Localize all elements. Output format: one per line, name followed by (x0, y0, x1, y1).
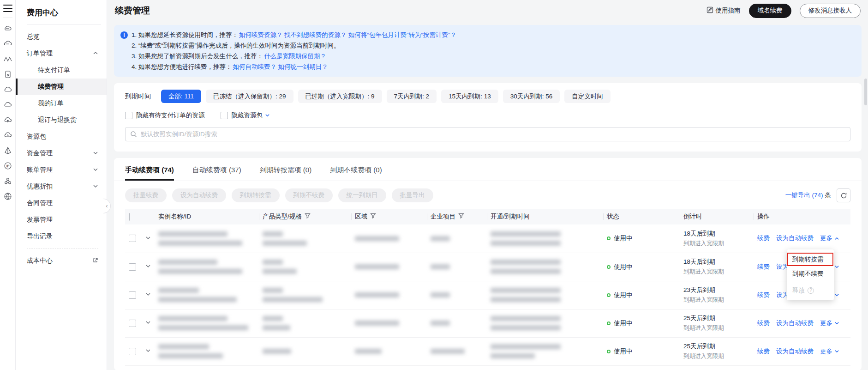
renewal-table-panel: 手动续费项 (74) 自动续费项 (37) 到期转按需项 (0) 到期不续费项 … (114, 158, 862, 370)
sidebar-item-resource-packages[interactable]: 资源包 (16, 128, 107, 145)
cloud-service-icon[interactable] (3, 24, 13, 34)
expand-chevron-icon[interactable] (145, 235, 151, 242)
waves-icon[interactable] (3, 54, 13, 64)
more-menu-trigger[interactable]: 更多 (820, 347, 839, 356)
globe-icon[interactable] (3, 191, 13, 201)
set-auto-renew-button[interactable]: 设为自动续费 (172, 188, 226, 202)
redacted-time (491, 344, 599, 358)
set-auto-renew-link[interactable]: 设为自动续费 (776, 234, 814, 243)
filter-all[interactable]: 全部: 111 (161, 90, 201, 103)
expire-no-renew-button[interactable]: 到期不续费 (285, 188, 333, 202)
search-input[interactable] (141, 131, 845, 138)
expire-to-ondemand-button[interactable]: 到期转按需 (232, 188, 280, 202)
sidebar-item-funds-management[interactable]: 资金管理 (16, 145, 107, 162)
bulk-renew-button[interactable]: 批量续费 (125, 188, 167, 202)
row-checkbox[interactable] (129, 320, 136, 327)
modify-message-receiver-button[interactable]: 修改消息接收人 (800, 4, 861, 18)
filter-30days[interactable]: 30天内到期: 56 (503, 90, 560, 103)
table-row: 使用中 25天后到期到期进入宽限期 续费设为自动续费更多 (125, 337, 850, 365)
pyramid-icon[interactable] (3, 146, 13, 156)
checkbox[interactable] (125, 112, 132, 119)
filter-funnel-icon[interactable] (305, 213, 311, 220)
sidebar-item-my-orders[interactable]: 我的订单 (16, 95, 107, 112)
chevron-down-icon (834, 321, 839, 326)
renew-link[interactable]: 续费 (757, 347, 770, 356)
redacted-time (491, 288, 599, 302)
more-menu-trigger[interactable]: 更多 (820, 234, 839, 243)
table-row: 使用中 18天后到期到期进入宽限期 续费设为自动续费更多 (125, 224, 850, 253)
domain-renew-button[interactable]: 域名续费 (749, 4, 791, 18)
renew-link[interactable]: 续费 (757, 291, 770, 299)
tab-auto-renewal[interactable]: 自动续费项 (37) (192, 158, 241, 181)
more-menu-trigger[interactable]: 更多 (820, 319, 839, 328)
row-checkbox[interactable] (129, 263, 136, 271)
sidebar-item-renewal-management[interactable]: 续费管理 (16, 79, 107, 95)
hide-pending-order-resources-checkbox[interactable]: 隐藏有待支付订单的资源 (125, 111, 205, 120)
renew-link[interactable]: 续费 (757, 263, 770, 271)
expand-chevron-icon[interactable] (145, 263, 151, 270)
renew-link[interactable]: 续费 (757, 319, 770, 328)
renew-link[interactable]: 续费 (757, 234, 770, 243)
ip-badge-icon[interactable]: IP (3, 161, 13, 171)
row-checkbox[interactable] (129, 235, 136, 242)
usage-guide-link[interactable]: 使用指南 (706, 6, 741, 15)
column-operations: 操作 (757, 212, 847, 221)
filter-frozen[interactable]: 已冻结（进入保留期）: 29 (206, 90, 293, 103)
cloud-server-icon[interactable] (3, 39, 13, 49)
menu-item-expire-to-ondemand[interactable]: 到期转按需 (787, 252, 834, 267)
sidebar-item-pending-orders[interactable]: 待支付订单 (16, 62, 107, 79)
countdown-main: 23天后到期 (683, 286, 750, 294)
nodes-icon[interactable] (3, 176, 13, 186)
help-link[interactable]: 如何续费资源？ 找不到想续费的资源？ 如何将“包年包月计费”转为“按需计费”？ (239, 31, 456, 38)
filter-7days[interactable]: 7天内到期: 2 (387, 90, 437, 103)
sidebar-item-unsubscribe[interactable]: 退订与退换货 (16, 112, 107, 128)
expand-chevron-icon[interactable] (145, 348, 151, 355)
cloud-alt-icon[interactable] (3, 100, 13, 110)
tab-manual-renewal[interactable]: 手动续费项 (74) (125, 158, 174, 181)
notice-line: 2. “续费”或“到期转按需”操作完成后，操作的生效时间为资源当前到期时间。 (132, 40, 456, 51)
set-auto-renew-link[interactable]: 设为自动续费 (776, 319, 814, 328)
external-link-icon (92, 257, 98, 265)
checkbox[interactable] (221, 112, 228, 119)
set-auto-renew-link[interactable]: 设为自动续费 (776, 347, 814, 356)
tab-expire-no-renewal[interactable]: 到期不续费项 (0) (330, 158, 382, 181)
export-suffix: 条 (825, 192, 832, 199)
device-icon[interactable] (3, 69, 13, 79)
sidebar-item-export-records[interactable]: 导出记录 (16, 228, 107, 245)
help-link[interactable]: 如何自动续费？ 如何统一到期日？ (233, 63, 328, 70)
cloud-clock-icon[interactable] (3, 130, 13, 140)
row-checkbox[interactable] (129, 348, 136, 355)
filter-15days[interactable]: 15天内到期: 13 (441, 90, 498, 103)
hide-resource-packages-checkbox[interactable]: 隐藏资源包 (221, 111, 270, 120)
search-icon (130, 131, 137, 138)
select-all-checkbox[interactable] (129, 213, 130, 221)
sidebar-item-discounts[interactable]: 优惠折扣 (16, 178, 107, 195)
tab-expire-to-ondemand[interactable]: 到期转按需项 (0) (260, 158, 312, 181)
sidebar-item-invoice-management[interactable]: 发票管理 (16, 212, 107, 228)
sidebar-item-order-management[interactable]: 订单管理 (16, 45, 107, 62)
expand-chevron-icon[interactable] (145, 320, 151, 327)
cloud-upload-icon[interactable] (3, 115, 13, 125)
filter-expired[interactable]: 已过期（进入宽限期）: 9 (298, 90, 382, 103)
chevron-down-icon (93, 150, 98, 157)
bulk-export-button[interactable]: 批量导出 (392, 188, 433, 202)
one-click-export-link[interactable]: 一键导出 (74) (785, 192, 823, 199)
sidebar-item-bill-management[interactable]: 账单管理 (16, 162, 107, 178)
sidebar-item-overview[interactable]: 总览 (16, 29, 107, 45)
sidebar-item-contract-management[interactable]: 合同管理 (16, 195, 107, 212)
help-link[interactable]: 什么是宽限期保留期？ (264, 53, 326, 60)
menu-item-expire-no-renew[interactable]: 到期不续费 (787, 267, 834, 281)
refresh-button[interactable] (837, 188, 850, 202)
chevron-down-icon[interactable] (263, 112, 270, 119)
unify-expiry-date-button[interactable]: 统一到期日 (338, 188, 386, 202)
sidebar-item-cost-center[interactable]: 成本中心 (16, 253, 107, 269)
filter-funnel-icon[interactable] (458, 213, 464, 220)
search-bar[interactable] (125, 127, 850, 141)
menu-icon[interactable] (3, 5, 12, 12)
vertical-scrollbar-thumb[interactable] (864, 79, 867, 105)
expand-chevron-icon[interactable] (145, 291, 151, 298)
row-checkbox[interactable] (129, 291, 136, 299)
filter-custom-time[interactable]: 自定义时间 (564, 90, 611, 103)
filter-funnel-icon[interactable] (370, 213, 376, 220)
cloud-icon[interactable] (3, 85, 13, 95)
